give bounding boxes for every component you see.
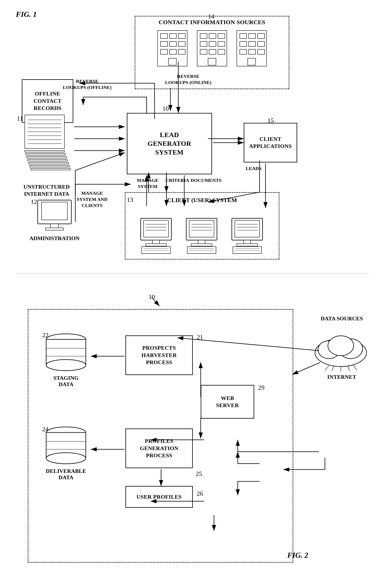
deliverable-data-cylinder: DELIVERABLEDATA xyxy=(44,426,88,481)
svg-rect-41 xyxy=(30,166,69,167)
staging-data-label: STAGINGDATA xyxy=(44,375,88,387)
svg-rect-86 xyxy=(191,244,212,246)
svg-rect-60 xyxy=(50,224,59,228)
svg-line-124 xyxy=(332,366,334,371)
svg-rect-9 xyxy=(170,34,176,39)
web-server-box: WEB SERVER xyxy=(201,385,254,419)
arrow-ws-pg xyxy=(193,417,209,441)
svg-rect-12 xyxy=(170,42,176,46)
building-icon-2 xyxy=(196,29,228,73)
svg-line-126 xyxy=(348,366,350,371)
svg-point-111 xyxy=(46,453,86,464)
svg-rect-76 xyxy=(146,244,167,246)
ref-22: 22 xyxy=(42,332,48,339)
svg-rect-81 xyxy=(189,220,214,237)
arrow-pg-up xyxy=(157,468,169,489)
client-user-system-label: CLIENT (USER) SYSTEM xyxy=(126,197,279,204)
contact-info-sources-label: CONTACT INFORMATION SOURCES xyxy=(159,19,266,25)
client-computer-2 xyxy=(182,217,222,255)
svg-rect-24 xyxy=(218,42,225,46)
client-computer-1 xyxy=(137,217,176,255)
client-user-system-box: CLIENT (USER) SYSTEM xyxy=(125,192,279,259)
internet-label: INTERNET xyxy=(320,374,363,380)
building-icon-3 xyxy=(236,29,268,73)
svg-rect-18 xyxy=(197,30,227,66)
svg-rect-43 xyxy=(28,160,67,161)
arrow-lg-ocr xyxy=(73,77,156,121)
arrow-lg-ca xyxy=(212,139,247,147)
data-sources-label: DATA SOURCES xyxy=(315,315,368,322)
ref-26: 26 xyxy=(197,490,203,497)
profiles-generation-box: PROFILES GENERATION PROCESS xyxy=(126,428,193,468)
svg-rect-16 xyxy=(178,49,185,54)
reverse-lookups-online-label: REVERSELOOKUPS (ONLINE) xyxy=(163,73,214,85)
arrow-cis-lg xyxy=(167,87,178,115)
svg-rect-22 xyxy=(200,42,207,46)
svg-rect-7 xyxy=(157,30,187,66)
svg-rect-32 xyxy=(257,34,264,39)
svg-rect-14 xyxy=(161,49,168,54)
svg-rect-77 xyxy=(142,247,170,253)
svg-rect-91 xyxy=(235,220,259,237)
arrow-ws-ph xyxy=(193,359,209,399)
svg-rect-21 xyxy=(218,34,225,39)
svg-rect-71 xyxy=(144,220,169,237)
ref-24: 24 xyxy=(42,425,48,433)
svg-rect-13 xyxy=(178,42,185,46)
svg-rect-23 xyxy=(209,42,216,46)
ref-25: 25 xyxy=(196,470,202,478)
svg-rect-45 xyxy=(26,153,65,155)
arrow-pg-dd xyxy=(88,445,127,453)
svg-rect-33 xyxy=(240,42,247,46)
lead-generator-box: LEAD GENERATOR SYSTEM xyxy=(127,113,212,174)
svg-rect-19 xyxy=(200,34,207,39)
svg-point-122 xyxy=(328,336,354,356)
svg-rect-95 xyxy=(244,240,251,244)
ref-11: 11 xyxy=(17,115,23,122)
svg-point-103 xyxy=(46,359,86,371)
manage-system-clients-label: MANAGESYSTEM ANDCLIENTS xyxy=(67,190,117,209)
svg-rect-39 xyxy=(248,58,255,65)
svg-rect-10 xyxy=(178,34,185,39)
arrow-ref10 xyxy=(150,296,163,308)
svg-rect-59 xyxy=(42,202,67,220)
svg-rect-37 xyxy=(249,49,255,54)
svg-rect-96 xyxy=(237,244,257,246)
svg-rect-61 xyxy=(45,228,64,230)
svg-rect-30 xyxy=(240,34,247,39)
svg-rect-17 xyxy=(169,58,176,65)
administration-label: ADMINISTRATION xyxy=(28,235,81,242)
svg-rect-35 xyxy=(257,42,264,46)
svg-rect-27 xyxy=(218,49,225,54)
svg-rect-26 xyxy=(209,49,216,54)
user-profiles-box: USER PROFILES xyxy=(126,486,193,508)
svg-rect-11 xyxy=(161,42,168,46)
svg-rect-87 xyxy=(187,247,216,253)
svg-rect-15 xyxy=(170,49,176,54)
svg-rect-42 xyxy=(29,163,68,164)
svg-rect-38 xyxy=(257,49,264,54)
staging-data-cylinder: STAGINGDATA xyxy=(44,334,88,387)
svg-rect-44 xyxy=(27,156,66,158)
arrow-inet-ws xyxy=(288,360,322,377)
svg-rect-8 xyxy=(161,34,168,39)
svg-rect-25 xyxy=(200,49,207,54)
svg-rect-20 xyxy=(209,34,216,39)
client-computers xyxy=(137,217,268,255)
separator xyxy=(16,273,368,274)
stacked-pages-icon xyxy=(23,111,76,181)
diagram-container: FIG. 1 14 CONTACT INFORMATION SOURCES xyxy=(0,0,382,588)
svg-rect-40 xyxy=(31,168,70,170)
ref-29: 29 xyxy=(258,384,264,391)
svg-rect-75 xyxy=(152,240,160,244)
svg-rect-31 xyxy=(249,34,255,39)
svg-rect-36 xyxy=(240,49,247,54)
svg-rect-34 xyxy=(249,42,255,46)
svg-line-127 xyxy=(354,365,357,370)
svg-line-123 xyxy=(325,365,329,371)
svg-rect-28 xyxy=(208,58,216,65)
fig1-label: FIG. 1 xyxy=(16,10,37,19)
svg-rect-29 xyxy=(237,30,267,66)
client-computer-3 xyxy=(228,217,268,255)
building-icon-1 xyxy=(156,29,188,73)
